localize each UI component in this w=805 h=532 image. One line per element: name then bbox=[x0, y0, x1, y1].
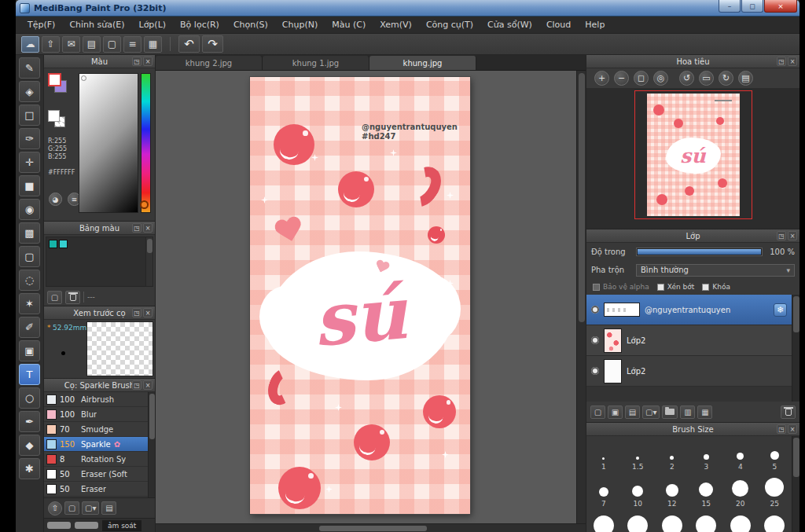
canvas-artwork[interactable]: @nguyentrantuquyen #hd247 sú bbox=[250, 77, 470, 514]
comment-button[interactable]: ✉ bbox=[62, 36, 80, 53]
layer-panel-header[interactable]: Lớp ◳ × bbox=[586, 229, 799, 243]
brush-size-option[interactable] bbox=[586, 510, 621, 532]
opacity-slider[interactable] bbox=[636, 248, 763, 256]
scrollbar-thumb[interactable] bbox=[579, 73, 585, 322]
brush-upload-button[interactable]: ⇧ bbox=[48, 501, 62, 515]
brush-size-option[interactable]: 2 bbox=[655, 436, 689, 473]
brush-menu-button[interactable]: ▢▾ bbox=[82, 501, 99, 515]
palette-panel-header[interactable]: Bảng màu ◳ × bbox=[44, 222, 155, 235]
rotate-right-button[interactable]: ↻ bbox=[719, 71, 733, 86]
reset-view-button[interactable]: ▭ bbox=[699, 71, 714, 86]
navigator-header[interactable]: Hoa tiêu ◳ × bbox=[586, 55, 799, 68]
magic-wand-tool[interactable]: ✶ bbox=[19, 293, 40, 314]
brush-tool[interactable]: ✎ bbox=[19, 57, 40, 79]
brush-list-item[interactable]: 100 Airbrush bbox=[44, 392, 148, 407]
color-panel-header[interactable]: Màu ◳ × bbox=[44, 55, 155, 68]
panel-layout-button[interactable]: ▤ bbox=[83, 36, 101, 53]
zoom-in-button[interactable]: + bbox=[594, 71, 609, 86]
hue-marker[interactable] bbox=[140, 200, 149, 209]
menu-view[interactable]: Xem(V) bbox=[373, 18, 419, 31]
brush-settings-button[interactable]: ▤ bbox=[101, 501, 116, 515]
brush-size-option[interactable]: 10 bbox=[621, 473, 656, 510]
popout-icon[interactable]: ◳ bbox=[777, 231, 786, 240]
menu-color[interactable]: Màu (C) bbox=[325, 18, 373, 31]
preview-panel-header[interactable]: Xem trước cọ ◳ × bbox=[44, 306, 155, 320]
hue-bar[interactable] bbox=[141, 73, 151, 213]
layer-row[interactable]: Lớp2 bbox=[586, 356, 792, 387]
brush-size-option[interactable]: 4 bbox=[723, 436, 758, 473]
merge-layer-button[interactable]: ▦ bbox=[697, 405, 712, 419]
menu-help[interactable]: Help bbox=[578, 18, 612, 31]
bucket-tool[interactable]: ◉ bbox=[19, 199, 40, 220]
palette-scrollbar[interactable] bbox=[145, 237, 153, 286]
brush-size-option[interactable]: 7 bbox=[586, 473, 621, 510]
palette-swatch-teal[interactable] bbox=[49, 240, 57, 248]
menu-edit[interactable]: Chỉnh sửa(E) bbox=[62, 18, 131, 31]
brush-list-scrollbar[interactable] bbox=[148, 392, 155, 497]
menu-snap[interactable]: Chụp(N) bbox=[275, 18, 325, 31]
add-brush-button[interactable]: ▢ bbox=[64, 501, 79, 515]
undo-button[interactable]: ↶ bbox=[178, 35, 200, 53]
palette-swatch-area[interactable] bbox=[46, 237, 153, 287]
stamp-tool[interactable]: ▣ bbox=[19, 340, 40, 361]
brush-size-scrollbar[interactable] bbox=[792, 436, 799, 532]
flip-view-button[interactable]: ▤ bbox=[738, 71, 753, 86]
close-button[interactable]: × bbox=[764, 0, 797, 13]
scrollbar-thumb[interactable] bbox=[319, 526, 427, 531]
list-button[interactable]: ≡ bbox=[123, 36, 142, 53]
new-layer-button[interactable]: ▢ bbox=[590, 405, 605, 419]
zoom-out-button[interactable]: − bbox=[614, 71, 629, 86]
canvas-vertical-scrollbar[interactable] bbox=[576, 71, 586, 523]
brush-size-option[interactable] bbox=[655, 510, 689, 532]
popout-icon[interactable]: ◳ bbox=[132, 57, 142, 66]
menu-layer[interactable]: Lớp(L) bbox=[132, 18, 174, 31]
canvas-viewport[interactable]: @nguyentrantuquyen #hd247 sú bbox=[156, 71, 576, 523]
close-panel-icon[interactable]: × bbox=[788, 57, 797, 66]
brush-list-item[interactable]: 100 Blur bbox=[44, 407, 148, 422]
tab-khung-active[interactable]: khung.jpg bbox=[369, 56, 476, 70]
brush-size-option[interactable]: 3 bbox=[689, 436, 724, 473]
upload-button[interactable]: ⇧ bbox=[42, 36, 60, 53]
grid-button[interactable]: ▦ bbox=[144, 36, 162, 53]
brush-panel-header[interactable]: Cọ: Sparkle Brush ◳ × bbox=[44, 379, 155, 392]
brush-size-header[interactable]: Brush Size ◳ × bbox=[586, 423, 799, 436]
layer-scrollbar[interactable] bbox=[792, 295, 799, 402]
scrollbar-thumb[interactable] bbox=[147, 239, 153, 253]
close-panel-icon[interactable]: × bbox=[143, 57, 153, 66]
document-button[interactable]: ▢ bbox=[103, 36, 121, 53]
foreground-color-swatch[interactable] bbox=[48, 73, 61, 86]
marquee-tool[interactable]: ▢ bbox=[19, 246, 40, 267]
navigator-view-rect[interactable] bbox=[634, 90, 752, 219]
brush-list-item-selected[interactable]: 150 Sparkle ✿ bbox=[44, 437, 148, 452]
menu-file[interactable]: Tệp(F) bbox=[20, 18, 62, 31]
tab-khung-1[interactable]: khung 1.jpg bbox=[263, 56, 369, 70]
maximize-button[interactable]: ◻ bbox=[741, 0, 763, 13]
close-panel-icon[interactable]: × bbox=[788, 231, 797, 240]
delete-swatch-button[interactable] bbox=[65, 291, 80, 304]
navigator-viewport[interactable]: sú bbox=[586, 88, 799, 229]
cutoff-button[interactable] bbox=[75, 522, 98, 529]
minimize-button[interactable]: – bbox=[719, 0, 741, 13]
brush-size-option[interactable]: 12 bbox=[655, 473, 689, 510]
cutoff-button[interactable] bbox=[47, 522, 71, 529]
move-tool[interactable]: ✛ bbox=[19, 152, 40, 173]
layer-menu-button[interactable]: ▢▾ bbox=[642, 405, 660, 419]
rotate-left-button[interactable]: ↺ bbox=[679, 71, 694, 86]
close-panel-icon[interactable]: × bbox=[143, 308, 153, 317]
brush-list-item[interactable]: 70 Smudge bbox=[44, 422, 148, 437]
brush-size-option[interactable]: 20 bbox=[723, 473, 758, 510]
brush-size-option[interactable]: 1 bbox=[586, 436, 621, 473]
popout-icon[interactable]: ◳ bbox=[132, 380, 142, 390]
secondary-color-swatch[interactable] bbox=[48, 110, 60, 122]
lock-checkbox[interactable]: Khóa bbox=[702, 283, 730, 291]
layer-badge[interactable]: ❄ bbox=[774, 303, 787, 317]
close-panel-icon[interactable]: × bbox=[788, 424, 797, 434]
brush-size-option[interactable] bbox=[621, 510, 656, 532]
visibility-icon[interactable] bbox=[591, 336, 599, 344]
actual-size-button[interactable]: ◎ bbox=[653, 71, 668, 86]
brush-size-option[interactable]: 25 bbox=[758, 473, 792, 510]
fill-rect-tool[interactable]: ■ bbox=[19, 175, 40, 196]
brush-size-option[interactable]: 1.5 bbox=[621, 436, 656, 473]
cloud-button[interactable]: ☁ bbox=[21, 36, 39, 53]
ink-brush-tool[interactable]: ✒ bbox=[19, 411, 40, 432]
